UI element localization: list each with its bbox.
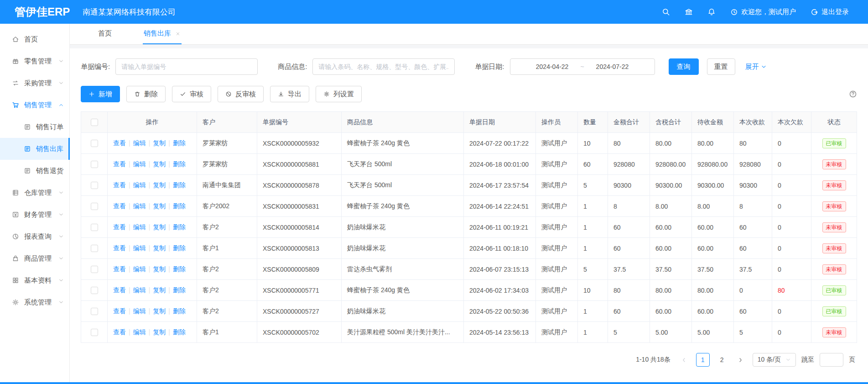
action-copy-link[interactable]: 复制 bbox=[153, 328, 166, 336]
tab-首页[interactable]: 首页 bbox=[97, 24, 113, 44]
sidebar-item-仓库管理[interactable]: 仓库管理 bbox=[0, 182, 69, 204]
receivable-amount-cell: 80.00 bbox=[692, 133, 734, 154]
action-edit-link[interactable]: 编辑 bbox=[133, 202, 146, 210]
jump-page-input[interactable] bbox=[820, 353, 843, 367]
action-copy-link[interactable]: 复制 bbox=[153, 244, 166, 252]
action-edit-link[interactable]: 编辑 bbox=[133, 307, 146, 315]
audit-button[interactable]: 审核 bbox=[172, 86, 211, 102]
action-delete-link[interactable]: 删除 bbox=[173, 223, 186, 231]
search-icon[interactable] bbox=[662, 8, 670, 16]
unaudit-button[interactable]: 反审核 bbox=[218, 86, 264, 102]
sidebar-item-销售管理[interactable]: 销售管理 bbox=[0, 94, 69, 116]
row-checkbox[interactable] bbox=[91, 287, 98, 294]
sidebar-item-销售退货[interactable]: 销售退货 bbox=[0, 160, 69, 182]
date-range-picker[interactable]: 2024-04-22 ~ 2024-07-22 bbox=[510, 58, 655, 75]
sidebar-item-销售出库[interactable]: 销售出库 bbox=[0, 138, 69, 160]
action-view-link[interactable]: 查看 bbox=[113, 286, 126, 294]
select-all-checkbox[interactable] bbox=[91, 119, 98, 126]
row-checkbox[interactable] bbox=[91, 266, 98, 273]
action-view-link[interactable]: 查看 bbox=[113, 181, 126, 189]
action-delete-link[interactable]: 删除 bbox=[173, 265, 186, 273]
action-copy-link[interactable]: 复制 bbox=[153, 202, 166, 210]
action-edit-link[interactable]: 编辑 bbox=[133, 244, 146, 252]
operator-cell: 测试用户 bbox=[536, 217, 578, 238]
delete-button[interactable]: 删除 bbox=[126, 86, 166, 102]
help-icon[interactable] bbox=[849, 90, 857, 98]
page-size-select[interactable]: 10 条/页 bbox=[753, 353, 796, 367]
export-button[interactable]: 导出 bbox=[270, 86, 309, 102]
row-checkbox[interactable] bbox=[91, 224, 98, 231]
action-edit-link[interactable]: 编辑 bbox=[133, 139, 146, 147]
columns-button[interactable]: 列设置 bbox=[316, 86, 362, 102]
page-number-2[interactable]: 2 bbox=[715, 353, 729, 367]
action-delete-link[interactable]: 删除 bbox=[173, 244, 186, 252]
action-view-link[interactable]: 查看 bbox=[113, 244, 126, 252]
action-separator: | bbox=[168, 265, 170, 273]
jump-label: 跳至 bbox=[801, 356, 814, 364]
action-edit-link[interactable]: 编辑 bbox=[133, 181, 146, 189]
close-icon[interactable] bbox=[175, 31, 181, 37]
prev-page-button[interactable] bbox=[678, 353, 691, 366]
expand-link[interactable]: 展开 bbox=[745, 63, 767, 71]
action-view-link[interactable]: 查看 bbox=[113, 307, 126, 315]
action-view-link[interactable]: 查看 bbox=[113, 328, 126, 336]
action-delete-link[interactable]: 删除 bbox=[173, 202, 186, 210]
row-checkbox[interactable] bbox=[91, 308, 98, 315]
sidebar-item-零售管理[interactable]: 零售管理 bbox=[0, 50, 69, 72]
reset-button[interactable]: 重置 bbox=[707, 58, 735, 75]
action-edit-link[interactable]: 编辑 bbox=[133, 160, 146, 168]
action-copy-link[interactable]: 复制 bbox=[153, 286, 166, 294]
tab-label: 销售出库 bbox=[144, 29, 171, 38]
sidebar-item-首页[interactable]: 首页 bbox=[0, 28, 69, 50]
sidebar-item-采购管理[interactable]: 采购管理 bbox=[0, 72, 69, 94]
action-delete-link[interactable]: 删除 bbox=[173, 160, 186, 168]
row-checkbox[interactable] bbox=[91, 161, 98, 168]
sidebar-item-基本资料[interactable]: 基本资料 bbox=[0, 269, 69, 291]
received-amount-cell: 60 bbox=[734, 217, 772, 238]
bill-no-input[interactable] bbox=[115, 58, 258, 75]
quantity-cell: 10 bbox=[578, 280, 608, 301]
row-checkbox[interactable] bbox=[91, 182, 98, 189]
logout-button[interactable]: 退出登录 bbox=[811, 8, 849, 16]
product-input[interactable] bbox=[312, 58, 455, 75]
bell-icon[interactable] bbox=[707, 8, 716, 16]
action-delete-link[interactable]: 删除 bbox=[173, 328, 186, 336]
action-delete-link[interactable]: 删除 bbox=[173, 286, 186, 294]
row-checkbox[interactable] bbox=[91, 140, 98, 147]
action-view-link[interactable]: 查看 bbox=[113, 223, 126, 231]
welcome-user[interactable]: 欢迎您，测试用户 bbox=[730, 8, 796, 16]
action-copy-link[interactable]: 复制 bbox=[153, 307, 166, 315]
sidebar-item-销售订单[interactable]: 销售订单 bbox=[0, 116, 69, 138]
action-view-link[interactable]: 查看 bbox=[113, 265, 126, 273]
sidebar-item-商品管理[interactable]: 商品管理 bbox=[0, 247, 69, 269]
row-checkbox[interactable] bbox=[91, 203, 98, 210]
action-edit-link[interactable]: 编辑 bbox=[133, 223, 146, 231]
action-copy-link[interactable]: 复制 bbox=[153, 160, 166, 168]
action-copy-link[interactable]: 复制 bbox=[153, 265, 166, 273]
action-delete-link[interactable]: 删除 bbox=[173, 139, 186, 147]
action-edit-link[interactable]: 编辑 bbox=[133, 328, 146, 336]
bank-icon[interactable] bbox=[685, 8, 693, 16]
tab-销售出库[interactable]: 销售出库 bbox=[143, 24, 182, 44]
sidebar-item-系统管理[interactable]: 系统管理 bbox=[0, 291, 69, 313]
action-delete-link[interactable]: 删除 bbox=[173, 307, 186, 315]
action-edit-link[interactable]: 编辑 bbox=[133, 286, 146, 294]
next-page-button[interactable] bbox=[734, 353, 747, 366]
sidebar-item-财务管理[interactable]: 财务管理 bbox=[0, 204, 69, 226]
action-copy-link[interactable]: 复制 bbox=[153, 181, 166, 189]
search-button[interactable]: 查询 bbox=[669, 58, 699, 75]
action-view-link[interactable]: 查看 bbox=[113, 160, 126, 168]
action-view-link[interactable]: 查看 bbox=[113, 202, 126, 210]
page-number-1[interactable]: 1 bbox=[696, 353, 710, 367]
action-copy-link[interactable]: 复制 bbox=[153, 223, 166, 231]
row-checkbox[interactable] bbox=[91, 329, 98, 336]
chevron-down-icon bbox=[58, 212, 64, 217]
add-button[interactable]: 新增 bbox=[81, 86, 120, 102]
action-edit-link[interactable]: 编辑 bbox=[133, 265, 146, 273]
action-delete-link[interactable]: 删除 bbox=[173, 181, 186, 189]
sidebar-item-报表查询[interactable]: 报表查询 bbox=[0, 226, 69, 247]
action-view-link[interactable]: 查看 bbox=[113, 139, 126, 147]
row-checkbox[interactable] bbox=[91, 245, 98, 252]
sidebar-item-label: 首页 bbox=[24, 35, 38, 44]
action-copy-link[interactable]: 复制 bbox=[153, 139, 166, 147]
